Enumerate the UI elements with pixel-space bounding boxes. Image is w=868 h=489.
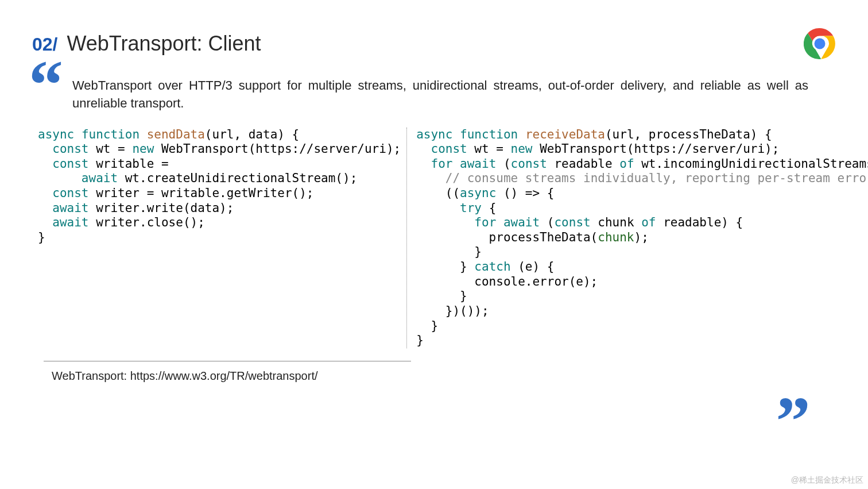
- code-block-right: async function receiveData(url, processT…: [416, 128, 868, 348]
- slide-title: WebTransport: Client: [67, 32, 261, 56]
- watermark-text: @稀土掘金技术社区: [791, 475, 863, 486]
- svg-point-2: [814, 38, 825, 49]
- chrome-icon: [804, 28, 836, 60]
- description-text: WebTransport over HTTP/3 support for mul…: [72, 77, 808, 113]
- close-quote-icon: “: [782, 372, 811, 420]
- separator: [44, 361, 411, 361]
- reference-text: WebTransport: https://www.w3.org/TR/webt…: [52, 369, 836, 383]
- slide: 02/ WebTransport: Client “ WebTransport …: [0, 0, 868, 489]
- slide-header: 02/ WebTransport: Client: [32, 28, 836, 60]
- open-quote-icon: “: [29, 61, 57, 109]
- title-group: 02/ WebTransport: Client: [32, 32, 261, 56]
- code-block-left: async function sendData(url, data) { con…: [38, 128, 407, 348]
- code-row: async function sendData(url, data) { con…: [38, 128, 830, 348]
